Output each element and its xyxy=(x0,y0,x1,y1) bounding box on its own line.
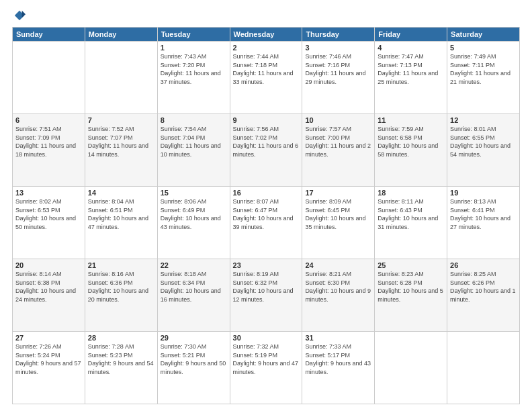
day-info: Sunrise: 7:59 AM Sunset: 6:58 PM Dayligh… xyxy=(378,125,444,158)
day-cell: 18Sunrise: 8:11 AM Sunset: 6:43 PM Dayli… xyxy=(375,187,447,259)
day-cell: 28Sunrise: 7:28 AM Sunset: 5:23 PM Dayli… xyxy=(85,332,157,404)
day-cell: 14Sunrise: 8:04 AM Sunset: 6:51 PM Dayli… xyxy=(85,187,157,259)
day-number: 9 xyxy=(233,116,300,124)
col-header-friday: Friday xyxy=(375,28,447,42)
day-number: 2 xyxy=(233,44,300,52)
day-number: 6 xyxy=(15,116,82,124)
calendar-header-row: SundayMondayTuesdayWednesdayThursdayFrid… xyxy=(13,28,520,42)
week-row-3: 13Sunrise: 8:02 AM Sunset: 6:53 PM Dayli… xyxy=(13,187,520,259)
day-info: Sunrise: 7:46 AM Sunset: 7:16 PM Dayligh… xyxy=(305,52,371,86)
day-number: 1 xyxy=(161,44,227,52)
logo xyxy=(12,9,26,21)
day-info: Sunrise: 8:09 AM Sunset: 6:45 PM Dayligh… xyxy=(305,197,371,231)
day-cell: 9Sunrise: 7:56 AM Sunset: 7:02 PM Daylig… xyxy=(230,114,302,187)
day-info: Sunrise: 8:07 AM Sunset: 6:47 PM Dayligh… xyxy=(233,197,300,231)
day-number: 13 xyxy=(15,189,82,197)
day-number: 10 xyxy=(305,116,371,124)
day-cell xyxy=(375,332,447,404)
week-row-4: 20Sunrise: 8:14 AM Sunset: 6:38 PM Dayli… xyxy=(13,259,520,332)
day-cell: 22Sunrise: 8:18 AM Sunset: 6:34 PM Dayli… xyxy=(157,259,230,332)
page: SundayMondayTuesdayWednesdayThursdayFrid… xyxy=(0,0,532,411)
day-number: 27 xyxy=(15,334,82,342)
day-info: Sunrise: 7:56 AM Sunset: 7:02 PM Dayligh… xyxy=(233,125,300,158)
col-header-sunday: Sunday xyxy=(13,28,85,42)
day-number: 21 xyxy=(88,261,154,269)
day-number: 31 xyxy=(305,334,371,342)
day-cell: 10Sunrise: 7:57 AM Sunset: 7:00 PM Dayli… xyxy=(302,114,375,187)
day-cell xyxy=(447,332,520,404)
day-info: Sunrise: 8:19 AM Sunset: 6:32 PM Dayligh… xyxy=(233,270,300,304)
day-info: Sunrise: 8:13 AM Sunset: 6:41 PM Dayligh… xyxy=(450,197,517,231)
day-info: Sunrise: 7:32 AM Sunset: 5:19 PM Dayligh… xyxy=(233,342,300,376)
day-cell: 15Sunrise: 8:06 AM Sunset: 6:49 PM Dayli… xyxy=(157,187,230,259)
col-header-tuesday: Tuesday xyxy=(157,28,230,42)
day-number: 29 xyxy=(161,334,227,342)
calendar-table: SundayMondayTuesdayWednesdayThursdayFrid… xyxy=(12,27,520,404)
day-cell: 27Sunrise: 7:26 AM Sunset: 5:24 PM Dayli… xyxy=(13,332,85,404)
day-cell: 7Sunrise: 7:52 AM Sunset: 7:07 PM Daylig… xyxy=(85,114,157,187)
day-cell: 31Sunrise: 7:33 AM Sunset: 5:17 PM Dayli… xyxy=(302,332,375,404)
day-cell: 21Sunrise: 8:16 AM Sunset: 6:36 PM Dayli… xyxy=(85,259,157,332)
svg-marker-1 xyxy=(22,11,26,18)
col-header-wednesday: Wednesday xyxy=(230,28,302,42)
col-header-saturday: Saturday xyxy=(447,28,520,42)
day-number: 11 xyxy=(378,116,444,124)
day-cell: 26Sunrise: 8:25 AM Sunset: 6:26 PM Dayli… xyxy=(447,259,520,332)
day-info: Sunrise: 7:51 AM Sunset: 7:09 PM Dayligh… xyxy=(15,125,82,158)
day-info: Sunrise: 8:16 AM Sunset: 6:36 PM Dayligh… xyxy=(88,270,154,304)
header xyxy=(12,9,520,21)
day-info: Sunrise: 8:18 AM Sunset: 6:34 PM Dayligh… xyxy=(161,270,227,304)
day-number: 23 xyxy=(233,261,300,269)
day-number: 15 xyxy=(161,189,227,197)
day-info: Sunrise: 8:23 AM Sunset: 6:28 PM Dayligh… xyxy=(378,270,444,304)
day-info: Sunrise: 8:04 AM Sunset: 6:51 PM Dayligh… xyxy=(88,197,154,231)
day-info: Sunrise: 7:52 AM Sunset: 7:07 PM Dayligh… xyxy=(88,125,154,158)
day-number: 30 xyxy=(233,334,300,342)
day-cell: 11Sunrise: 7:59 AM Sunset: 6:58 PM Dayli… xyxy=(375,114,447,187)
day-cell xyxy=(13,42,85,114)
day-cell: 29Sunrise: 7:30 AM Sunset: 5:21 PM Dayli… xyxy=(157,332,230,404)
day-number: 19 xyxy=(450,189,517,197)
day-cell: 6Sunrise: 7:51 AM Sunset: 7:09 PM Daylig… xyxy=(13,114,85,187)
day-info: Sunrise: 8:06 AM Sunset: 6:49 PM Dayligh… xyxy=(161,197,227,231)
day-cell: 5Sunrise: 7:49 AM Sunset: 7:11 PM Daylig… xyxy=(447,42,520,114)
day-info: Sunrise: 7:26 AM Sunset: 5:24 PM Dayligh… xyxy=(15,342,82,376)
week-row-5: 27Sunrise: 7:26 AM Sunset: 5:24 PM Dayli… xyxy=(13,332,520,404)
day-number: 26 xyxy=(450,261,517,269)
day-cell: 2Sunrise: 7:44 AM Sunset: 7:18 PM Daylig… xyxy=(230,42,302,114)
day-cell: 25Sunrise: 8:23 AM Sunset: 6:28 PM Dayli… xyxy=(375,259,447,332)
day-number: 18 xyxy=(378,189,444,197)
day-info: Sunrise: 8:11 AM Sunset: 6:43 PM Dayligh… xyxy=(378,197,444,231)
day-cell xyxy=(85,42,157,114)
day-info: Sunrise: 8:01 AM Sunset: 6:55 PM Dayligh… xyxy=(450,125,517,158)
logo-icon xyxy=(13,9,26,21)
day-cell: 4Sunrise: 7:47 AM Sunset: 7:13 PM Daylig… xyxy=(375,42,447,114)
day-cell: 1Sunrise: 7:43 AM Sunset: 7:20 PM Daylig… xyxy=(157,42,230,114)
day-info: Sunrise: 7:30 AM Sunset: 5:21 PM Dayligh… xyxy=(161,342,227,376)
day-info: Sunrise: 8:14 AM Sunset: 6:38 PM Dayligh… xyxy=(15,270,82,304)
day-number: 14 xyxy=(88,189,154,197)
day-cell: 20Sunrise: 8:14 AM Sunset: 6:38 PM Dayli… xyxy=(13,259,85,332)
day-cell: 8Sunrise: 7:54 AM Sunset: 7:04 PM Daylig… xyxy=(157,114,230,187)
day-number: 7 xyxy=(88,116,154,124)
day-info: Sunrise: 7:43 AM Sunset: 7:20 PM Dayligh… xyxy=(161,52,227,86)
week-row-2: 6Sunrise: 7:51 AM Sunset: 7:09 PM Daylig… xyxy=(13,114,520,187)
col-header-monday: Monday xyxy=(85,28,157,42)
day-number: 17 xyxy=(305,189,371,197)
day-number: 5 xyxy=(450,44,517,52)
day-number: 22 xyxy=(161,261,227,269)
day-cell: 12Sunrise: 8:01 AM Sunset: 6:55 PM Dayli… xyxy=(447,114,520,187)
day-info: Sunrise: 7:57 AM Sunset: 7:00 PM Dayligh… xyxy=(305,125,371,158)
day-number: 28 xyxy=(88,334,154,342)
week-row-1: 1Sunrise: 7:43 AM Sunset: 7:20 PM Daylig… xyxy=(13,42,520,114)
day-number: 8 xyxy=(161,116,227,124)
day-info: Sunrise: 8:21 AM Sunset: 6:30 PM Dayligh… xyxy=(305,270,371,304)
day-cell: 16Sunrise: 8:07 AM Sunset: 6:47 PM Dayli… xyxy=(230,187,302,259)
day-info: Sunrise: 8:02 AM Sunset: 6:53 PM Dayligh… xyxy=(15,197,82,231)
day-number: 3 xyxy=(305,44,371,52)
day-info: Sunrise: 7:44 AM Sunset: 7:18 PM Dayligh… xyxy=(233,52,300,86)
day-number: 20 xyxy=(15,261,82,269)
day-cell: 17Sunrise: 8:09 AM Sunset: 6:45 PM Dayli… xyxy=(302,187,375,259)
col-header-thursday: Thursday xyxy=(302,28,375,42)
day-number: 16 xyxy=(233,189,300,197)
